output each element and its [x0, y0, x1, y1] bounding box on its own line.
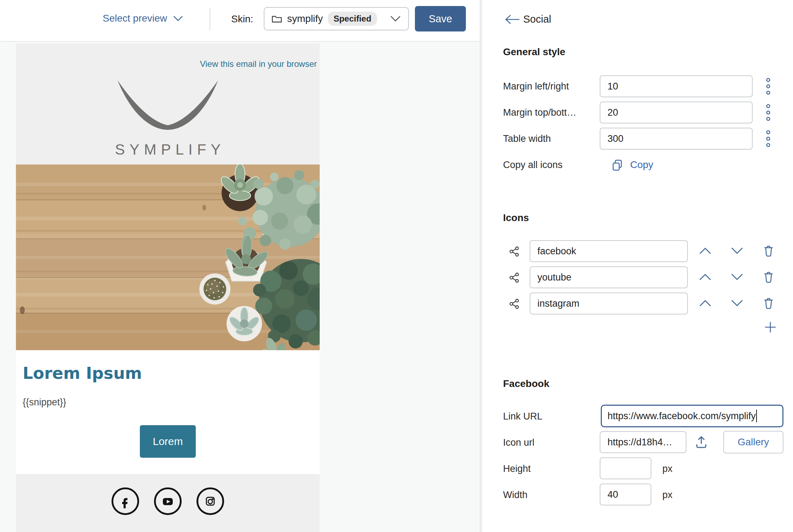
symplify-logotype: SYMPLIFY [16, 141, 320, 158]
height-label: Height [503, 463, 531, 474]
link-url-label: Link URL [503, 411, 542, 422]
hero-photo-succulents [16, 164, 320, 350]
copy-icon[interactable] [612, 159, 623, 172]
chevron-down-icon[interactable] [731, 247, 743, 255]
facebook-section-heading: Facebook [503, 378, 549, 389]
icon-url-input[interactable] [600, 431, 686, 453]
email-header-section: View this email in your browser SYMPLIFY [16, 44, 320, 164]
youtube-icon[interactable] [154, 487, 182, 515]
panel-title: Social [523, 13, 551, 25]
preview-canvas: View this email in your browser SYMPLIFY [0, 42, 480, 532]
upload-icon[interactable] [695, 436, 708, 449]
icon-name-input-facebook[interactable] [530, 240, 688, 262]
email-footer-section [16, 474, 320, 532]
trash-icon[interactable] [764, 297, 774, 310]
height-px-unit: px [662, 463, 673, 474]
table-width-input[interactable] [600, 128, 753, 150]
link-url-value: https://www.facebook.com/symplify [607, 411, 756, 422]
icon-name-input-instagram[interactable] [530, 293, 688, 314]
chevron-down-icon [173, 15, 183, 22]
share-icon [509, 272, 520, 283]
add-icon-button[interactable] [764, 320, 777, 334]
link-url-input[interactable]: https://www.facebook.com/symplify [601, 405, 783, 427]
folder-icon [272, 14, 282, 23]
height-input[interactable] [600, 457, 651, 479]
general-style-heading: General style [503, 46, 565, 58]
trash-icon[interactable] [764, 271, 774, 284]
panel-divider [480, 0, 482, 532]
text-caret [756, 410, 757, 422]
facebook-icon[interactable] [112, 487, 139, 515]
save-button[interactable]: Save [415, 6, 466, 31]
width-px-unit: px [662, 490, 673, 501]
margin-tb-label: Margin top/bott… [503, 107, 576, 118]
select-preview-label: Select preview [103, 13, 167, 24]
width-input[interactable] [600, 484, 651, 505]
table-width-label: Table width [503, 133, 551, 144]
gallery-button[interactable]: Gallery [723, 431, 783, 453]
email-heading: Lorem Ipsum [23, 364, 142, 383]
margin-lr-label: Margin left/right [503, 81, 569, 92]
email-preview: View this email in your browser SYMPLIFY [16, 44, 320, 532]
skin-dropdown[interactable]: symplify Specified [264, 7, 409, 30]
chevron-down-icon[interactable] [731, 273, 743, 281]
icons-heading: Icons [503, 212, 529, 224]
copy-all-icons-link[interactable]: Copy [630, 159, 653, 170]
kebab-menu-icon[interactable] [765, 103, 771, 122]
margin-tb-input[interactable] [600, 102, 753, 123]
skin-specified-badge: Specified [328, 12, 377, 26]
email-snippet-placeholder: {{snippet}} [23, 397, 66, 408]
view-in-browser-link[interactable]: View this email in your browser [200, 59, 317, 69]
margin-lr-input[interactable] [600, 75, 753, 97]
width-label: Width [503, 490, 527, 501]
chevron-down-icon [390, 15, 401, 22]
kebab-menu-icon[interactable] [765, 77, 771, 96]
chevron-down-icon[interactable] [731, 299, 743, 307]
copy-all-icons-label: Copy all icons [503, 160, 563, 170]
settings-panel: Social General style Margin left/right M… [482, 0, 793, 532]
chevron-up-icon[interactable] [699, 247, 712, 255]
top-toolbar: Select preview Skin: symplify Specified … [0, 0, 480, 42]
back-arrow-icon[interactable] [504, 14, 521, 25]
symplify-logo [114, 80, 221, 130]
icon-name-input-youtube[interactable] [530, 266, 688, 288]
kebab-menu-icon[interactable] [765, 129, 771, 148]
email-body-section: Lorem Ipsum {{snippet}} Lorem [16, 350, 320, 474]
share-icon [509, 246, 520, 257]
instagram-icon[interactable] [196, 487, 224, 515]
chevron-up-icon[interactable] [699, 273, 712, 281]
chevron-up-icon[interactable] [699, 299, 712, 307]
email-cta-button[interactable]: Lorem [140, 425, 196, 458]
skin-label: Skin: [231, 13, 253, 25]
skin-value: symplify [287, 13, 323, 24]
trash-icon[interactable] [764, 245, 774, 258]
select-preview-dropdown[interactable]: Select preview [103, 13, 183, 24]
icon-url-label: Icon url [503, 437, 535, 448]
share-icon [509, 299, 520, 309]
email-editor-app: Select preview Skin: symplify Specified … [0, 0, 793, 532]
toolbar-divider [210, 8, 210, 30]
